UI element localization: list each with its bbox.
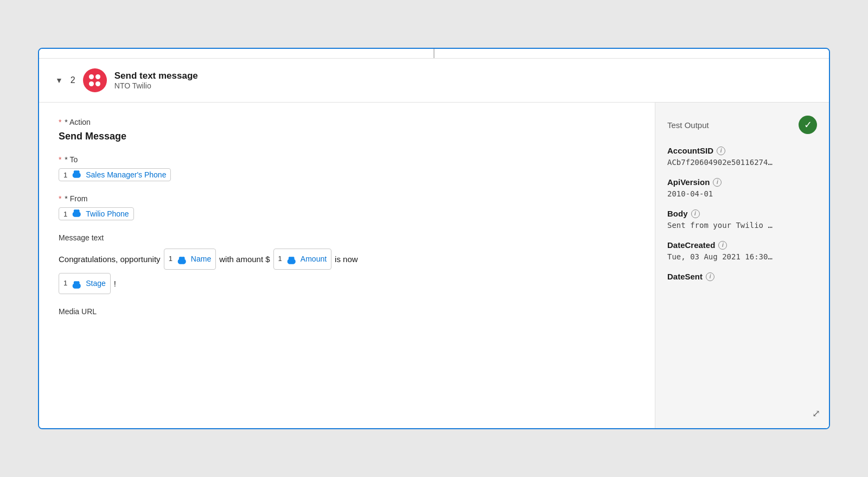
amount-pill[interactable]: 1 Amount <box>273 249 331 270</box>
output-field-name-datecreated: DateCreated i <box>667 240 817 250</box>
message-prefix: Congratulations, opportunity <box>59 250 161 268</box>
from-required-star: * <box>59 194 61 203</box>
side-panel: Test Output ✓ AccountSID i ACb7f20604902… <box>655 103 829 428</box>
from-section: * * From 1 Twilio Phone <box>59 194 635 220</box>
salesforce-cloud-icon-amount <box>285 255 298 263</box>
to-pill[interactable]: 1 Sales Manager's Phone <box>59 168 171 181</box>
salesforce-cloud-icon-from <box>70 209 83 218</box>
message-end: ! <box>114 275 116 292</box>
main-container: ▼ 2 Send text message NTO Twilio * * Act… <box>38 48 830 429</box>
name-pill-text: Name <box>191 251 211 268</box>
to-section: * * To 1 Sales Manager's Phone <box>59 155 635 181</box>
stage-pill-number: 1 <box>63 276 67 291</box>
success-check-icon: ✓ <box>799 116 817 134</box>
message-suffix: is now <box>335 250 358 268</box>
message-text-section: Message text Congratulations, opportunit… <box>59 233 635 294</box>
side-panel-header: Test Output ✓ <box>667 116 817 134</box>
step-title: Send text message <box>114 71 198 81</box>
salesforce-cloud-icon-stage <box>70 279 83 288</box>
to-pill-text: Sales Manager's Phone <box>86 170 166 179</box>
amount-pill-text: Amount <box>301 251 327 268</box>
media-url-label: Media URL <box>59 307 635 316</box>
output-field-name-body: Body i <box>667 209 817 218</box>
chevron-icon[interactable]: ▼ <box>55 76 63 85</box>
body-info-icon[interactable]: i <box>691 209 700 218</box>
output-field-name-accountsid: AccountSID i <box>667 146 817 155</box>
name-pill[interactable]: 1 Name <box>164 249 216 270</box>
output-field-value-body: Sent from your Twilio … <box>667 221 817 230</box>
from-pill[interactable]: 1 Twilio Phone <box>59 207 134 220</box>
amount-pill-number: 1 <box>278 251 282 267</box>
stage-pill[interactable]: 1 Stage <box>59 273 111 294</box>
output-field-body: Body i Sent from your Twilio … <box>667 209 817 230</box>
datesent-info-icon[interactable]: i <box>706 272 714 281</box>
to-pill-number: 1 <box>63 171 67 179</box>
output-field-datecreated: DateCreated i Tue, 03 Aug 2021 16:30… <box>667 240 817 261</box>
output-field-value-accountsid: ACb7f20604902e50116274… <box>667 158 817 167</box>
test-output-title: Test Output <box>667 120 709 130</box>
accountsid-info-icon[interactable]: i <box>717 147 725 155</box>
output-field-apiversion: ApiVersion i 2010-04-01 <box>667 177 817 198</box>
action-required-star: * <box>59 118 61 126</box>
from-pill-number: 1 <box>63 210 67 218</box>
expand-icon[interactable]: ⤢ <box>812 408 820 419</box>
message-content: Congratulations, opportunity 1 Name with… <box>59 249 635 294</box>
datecreated-info-icon[interactable]: i <box>718 241 727 250</box>
step-icon-circle <box>83 68 107 92</box>
output-field-name-datesent: DateSent i <box>667 272 817 281</box>
output-field-datesent: DateSent i <box>667 272 817 281</box>
connector-line <box>39 49 829 59</box>
content-area: * * Action Send Message * * To 1 <box>39 103 829 428</box>
from-pill-text: Twilio Phone <box>86 209 129 218</box>
media-url-section: Media URL <box>59 307 635 316</box>
output-field-value-datecreated: Tue, 03 Aug 2021 16:30… <box>667 252 817 261</box>
step-header: ▼ 2 Send text message NTO Twilio <box>39 59 829 103</box>
step-subtitle: NTO Twilio <box>114 81 198 90</box>
output-fields: AccountSID i ACb7f20604902e50116274… Api… <box>667 146 817 281</box>
stage-pill-text: Stage <box>86 275 106 292</box>
message-label: Message text <box>59 233 635 242</box>
action-label: * * Action <box>59 118 635 126</box>
message-second-line: 1 Stage ! <box>59 273 635 294</box>
message-middle: with amount $ <box>219 250 270 268</box>
output-field-accountsid: AccountSID i ACb7f20604902e50116274… <box>667 146 817 167</box>
step-icon-dot-1 <box>89 74 94 79</box>
step-icon-dot-3 <box>89 81 94 86</box>
step-icon-dot-2 <box>95 74 100 79</box>
main-panel: * * Action Send Message * * To 1 <box>39 103 655 428</box>
step-icon-dot-4 <box>95 81 100 86</box>
to-label: * * To <box>59 155 635 164</box>
to-required-star: * <box>59 155 61 164</box>
step-title-block: Send text message NTO Twilio <box>114 71 198 90</box>
output-field-value-apiversion: 2010-04-01 <box>667 189 817 198</box>
step-icon-grid <box>89 74 101 86</box>
action-value: Send Message <box>59 131 635 142</box>
salesforce-cloud-icon-to <box>70 170 83 179</box>
name-pill-number: 1 <box>169 251 173 267</box>
output-field-name-apiversion: ApiVersion i <box>667 177 817 187</box>
step-number: 2 <box>71 75 75 85</box>
apiversion-info-icon[interactable]: i <box>713 178 722 187</box>
salesforce-cloud-icon-name <box>175 255 188 263</box>
from-label: * * From <box>59 194 635 203</box>
action-section: * * Action Send Message <box>59 118 635 142</box>
